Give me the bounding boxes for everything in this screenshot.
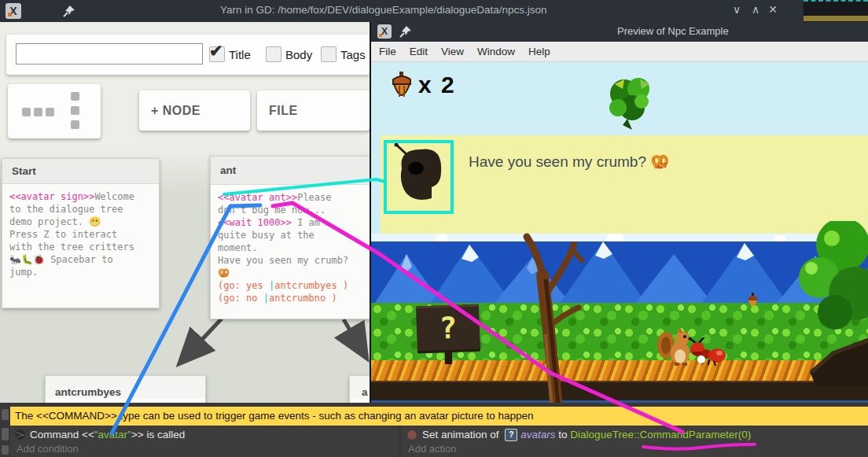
menu-window[interactable]: Window bbox=[477, 46, 515, 57]
add-condition-button[interactable]: Add condition bbox=[17, 443, 79, 455]
background-window-strip bbox=[804, 16, 868, 21]
yarn-app-icon: X bbox=[377, 24, 392, 39]
file-button[interactable]: FILE bbox=[257, 90, 370, 131]
layout-square-icon bbox=[22, 108, 31, 116]
ant-avatar bbox=[392, 142, 449, 208]
body-checkbox[interactable] bbox=[266, 46, 281, 62]
node-start[interactable]: Start <<avatar sign>>Welcometo the dialo… bbox=[2, 158, 160, 308]
title-checkbox[interactable]: ✔ bbox=[209, 46, 225, 62]
preview-titlebar: X Preview of Npc Example bbox=[371, 22, 868, 42]
acorn-hud-icon bbox=[390, 72, 414, 106]
background-window-fragment bbox=[804, 0, 868, 23]
dialogue-text: Have you seen my crumb? 🥨 bbox=[469, 153, 669, 171]
preview-window: X Preview of Npc Example File Edit View … bbox=[370, 22, 868, 403]
minimize-button[interactable]: ∨ bbox=[728, 3, 745, 16]
log-sprite bbox=[810, 337, 868, 386]
title-checkbox-label: Title bbox=[229, 48, 251, 61]
body-checkbox-label: Body bbox=[285, 48, 312, 61]
menu-view[interactable]: View bbox=[441, 46, 464, 57]
node-title[interactable]: antcrumbyes bbox=[46, 376, 205, 398]
ground-lower bbox=[371, 381, 868, 403]
events-panel: The <<COMMAND>> type can be used to trig… bbox=[0, 403, 868, 457]
layout-widget[interactable] bbox=[8, 84, 101, 138]
question-sign: ? bbox=[416, 304, 480, 354]
tags-checkbox-label: Tags bbox=[340, 48, 366, 61]
maximize-button[interactable]: ∧ bbox=[747, 3, 764, 16]
yarn-ball-icon bbox=[15, 429, 25, 440]
condition-text: Command <<"avatar">> is called bbox=[30, 429, 185, 440]
dead-tree-sprite bbox=[511, 232, 605, 403]
node-title[interactable]: ant bbox=[211, 157, 372, 185]
preview-menubar: File Edit View Window Help bbox=[371, 42, 868, 62]
game-viewport[interactable]: x 2 Have you seen my bbox=[371, 62, 868, 403]
screen: { "yarn_window": { "title": "Yarn in GD:… bbox=[0, 0, 868, 457]
add-action-button[interactable]: Add action bbox=[408, 443, 456, 455]
pin-icon[interactable] bbox=[63, 5, 75, 17]
yarn-window-title: Yarn in GD: /home/fox/DEV/dialogueExampl… bbox=[220, 4, 546, 16]
layout-square-icon bbox=[34, 108, 42, 116]
tip-bar: The <<COMMAND>> type can be used to trig… bbox=[10, 407, 868, 426]
node-body[interactable]: <<avatar sign>>Welcometo the dialogue tr… bbox=[2, 184, 159, 285]
layout-square-icon bbox=[71, 92, 79, 101]
dialogue-box: Have you seen my crumb? 🥨 bbox=[381, 135, 868, 234]
item-count-label: x 2 bbox=[418, 72, 456, 98]
gutter-handle[interactable] bbox=[2, 445, 9, 455]
bush-sprite bbox=[604, 73, 656, 130]
yarn-window-titlebar: X Yarn in GD: /home/fox/DEV/dialogueExam… bbox=[0, 0, 868, 22]
add-node-button[interactable]: + NODE bbox=[139, 90, 250, 131]
node-title[interactable]: Start bbox=[2, 159, 159, 184]
action-text: Set animation of ?avatars to DialogueTre… bbox=[422, 429, 751, 441]
node-ant[interactable]: ant <<avatar ant>>Pleasedon't bug me now… bbox=[210, 156, 373, 319]
search-input[interactable] bbox=[16, 43, 203, 64]
layout-square-icon bbox=[71, 120, 79, 129]
sprite-object-icon bbox=[406, 429, 417, 440]
red-ant-sprite bbox=[687, 337, 728, 366]
menu-help[interactable]: Help bbox=[528, 46, 550, 57]
event-action-row[interactable]: Set animation of ?avatars to DialogueTre… bbox=[402, 426, 868, 457]
tree-foliage-sprite bbox=[783, 221, 868, 335]
gutter-handle[interactable] bbox=[2, 428, 9, 440]
close-button[interactable]: ✕ bbox=[764, 3, 782, 16]
node-body[interactable]: <<avatar ant>>Pleasedon't bug me now...<… bbox=[211, 185, 372, 311]
yarn-app-icon: X bbox=[6, 3, 21, 19]
acorn-item-sprite bbox=[747, 293, 759, 312]
preview-window-title: Preview of Npc Example bbox=[617, 25, 729, 37]
gutter-handle[interactable] bbox=[2, 409, 9, 420]
search-toolbar: ✔ Title Body Tags bbox=[6, 35, 370, 75]
layout-square-icon bbox=[71, 106, 79, 115]
event-condition-row[interactable]: Command <<"avatar">> is called Add condi… bbox=[10, 426, 399, 457]
menu-file[interactable]: File bbox=[379, 46, 396, 57]
checkmark-icon: ✔ bbox=[209, 42, 223, 61]
layout-square-icon bbox=[46, 108, 54, 116]
menu-edit[interactable]: Edit bbox=[410, 46, 428, 57]
tags-checkbox[interactable] bbox=[321, 46, 337, 62]
pin-icon[interactable] bbox=[399, 25, 412, 38]
